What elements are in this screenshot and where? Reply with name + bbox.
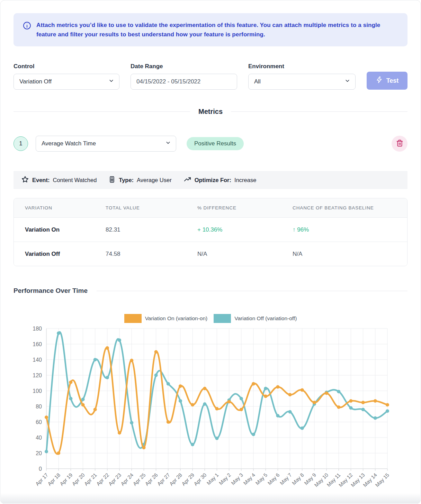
chevron-down-icon <box>344 78 350 86</box>
svg-text:Apr 24: Apr 24 <box>119 472 134 487</box>
svg-text:160: 160 <box>33 341 42 347</box>
performance-chart: 020406080100120140160180Apr 17Apr 18Apr … <box>14 324 407 501</box>
date-range-value: 04/15/2022 - 05/15/2022 <box>136 78 200 85</box>
trending-up-icon <box>183 176 191 185</box>
variation-name: Variation Off <box>14 251 106 258</box>
control-field: Control Variation Off <box>14 63 119 90</box>
svg-text:120: 120 <box>33 372 42 378</box>
lightning-icon <box>376 76 383 85</box>
svg-text:Apr 18: Apr 18 <box>46 472 61 487</box>
svg-text:Apr 20: Apr 20 <box>71 472 86 487</box>
table-header-variation: VARIATION <box>14 205 106 210</box>
performance-title: Performance Over Time <box>14 287 88 295</box>
table-row: Variation On 82.31 + 10.36% ↑ 96% <box>14 217 407 242</box>
metric-index-badge: 1 <box>14 136 28 151</box>
info-banner: Attach metrics you’d like to use to vali… <box>14 13 407 46</box>
chart-legend: Variation On (variation-on) Variation Of… <box>0 314 421 323</box>
svg-text:60: 60 <box>36 419 42 425</box>
event-summary-item: Event: Content Watched <box>21 176 97 185</box>
metrics-title: Metrics <box>198 108 223 116</box>
trash-icon <box>396 140 403 148</box>
svg-text:Apr 21: Apr 21 <box>83 472 98 487</box>
table-header-difference: % DIFFERENCE <box>197 205 293 210</box>
total-value: 82.31 <box>106 226 197 233</box>
svg-text:100: 100 <box>33 388 42 394</box>
experiment-results-panel: Attach metrics you’d like to use to vali… <box>0 0 421 504</box>
banner-text: Attach metrics you’d like to use to vali… <box>36 20 398 39</box>
divider-line <box>14 111 190 112</box>
info-icon <box>23 20 32 32</box>
delete-metric-button[interactable] <box>392 136 407 152</box>
svg-text:Apr 29: Apr 29 <box>180 472 195 487</box>
chevron-down-icon <box>165 140 171 147</box>
test-button-label: Test <box>386 77 399 84</box>
svg-text:May 10: May 10 <box>313 472 329 488</box>
optimize-summary-item: Optimize For: Increase <box>183 176 257 185</box>
svg-text:Apr 23: Apr 23 <box>107 472 122 487</box>
table-header-row: VARIATION TOTAL VALUE % DIFFERENCE CHANC… <box>14 198 407 217</box>
divider-line <box>231 111 407 112</box>
test-button[interactable]: Test <box>367 72 407 90</box>
calculator-icon <box>108 176 116 184</box>
optimize-label: Optimize For: <box>195 177 231 183</box>
svg-text:May 5: May 5 <box>254 472 268 486</box>
svg-text:May 4: May 4 <box>242 472 256 486</box>
svg-text:140: 140 <box>33 357 42 363</box>
chance-value: ↑ 96% <box>293 226 407 233</box>
svg-text:Apr 27: Apr 27 <box>156 472 171 487</box>
results-table: VARIATION TOTAL VALUE % DIFFERENCE CHANC… <box>14 198 407 266</box>
table-row: Variation Off 74.58 N/A N/A <box>14 242 407 266</box>
difference-value: + 10.36% <box>197 226 293 233</box>
svg-text:Apr 25: Apr 25 <box>132 472 146 487</box>
filters-row: Control Variation Off Date Range 04/15/2… <box>14 63 407 90</box>
variation-name: Variation On <box>14 226 106 233</box>
metric-select[interactable]: Average Watch Time <box>36 136 176 152</box>
star-icon <box>21 176 29 185</box>
svg-text:May 1: May 1 <box>206 472 220 486</box>
svg-text:40: 40 <box>36 435 42 441</box>
optimize-value: Increase <box>234 177 256 183</box>
svg-text:May 3: May 3 <box>230 472 244 486</box>
svg-text:Apr 22: Apr 22 <box>95 472 110 487</box>
type-value: Average User <box>137 177 172 183</box>
metrics-divider: Metrics <box>0 108 421 116</box>
control-select[interactable]: Variation Off <box>14 74 119 90</box>
legend-swatch-variation-on <box>124 314 142 323</box>
svg-text:May 15: May 15 <box>374 472 390 488</box>
svg-text:May 8: May 8 <box>291 472 305 486</box>
chance-value: N/A <box>293 251 407 258</box>
total-value: 74.58 <box>106 251 197 258</box>
table-header-chance: CHANCE OF BEATING BASELINE <box>293 205 407 210</box>
difference-value: N/A <box>197 251 293 258</box>
positive-results-badge: Positive Results <box>187 137 244 150</box>
svg-text:20: 20 <box>36 450 42 456</box>
type-label: Type: <box>119 177 134 183</box>
svg-text:Apr 28: Apr 28 <box>168 472 183 487</box>
svg-text:May 6: May 6 <box>267 472 281 486</box>
date-range-input[interactable]: 04/15/2022 - 05/15/2022 <box>131 74 237 90</box>
environment-label: Environment <box>248 63 356 70</box>
svg-text:Apr 17: Apr 17 <box>34 472 49 487</box>
event-value: Content Watched <box>53 177 97 183</box>
metric-row: 1 Average Watch Time Positive Results <box>14 136 407 152</box>
metric-select-value: Average Watch Time <box>42 140 96 147</box>
svg-text:Apr 26: Apr 26 <box>144 472 159 487</box>
legend-swatch-variation-off <box>214 314 231 323</box>
environment-select-value: All <box>254 78 261 85</box>
event-summary-bar: Event: Content Watched Type: Average Use… <box>14 171 407 189</box>
chevron-down-icon <box>108 78 114 86</box>
legend-item-variation-off[interactable]: Variation Off (variation-off) <box>214 314 297 323</box>
date-range-field: Date Range 04/15/2022 - 05/15/2022 <box>131 63 237 90</box>
svg-text:80: 80 <box>36 404 42 410</box>
svg-text:0: 0 <box>39 466 42 472</box>
performance-section-header: Performance Over Time <box>14 287 407 295</box>
legend-item-variation-on[interactable]: Variation On (variation-on) <box>124 314 208 323</box>
control-select-value: Variation Off <box>19 78 52 85</box>
environment-select[interactable]: All <box>248 74 356 90</box>
type-summary-item: Type: Average User <box>108 176 171 184</box>
table-header-total-value: TOTAL VALUE <box>106 205 197 210</box>
svg-text:180: 180 <box>33 326 42 332</box>
svg-text:May 2: May 2 <box>218 472 232 486</box>
divider-line <box>97 291 407 291</box>
date-range-label: Date Range <box>131 63 237 70</box>
